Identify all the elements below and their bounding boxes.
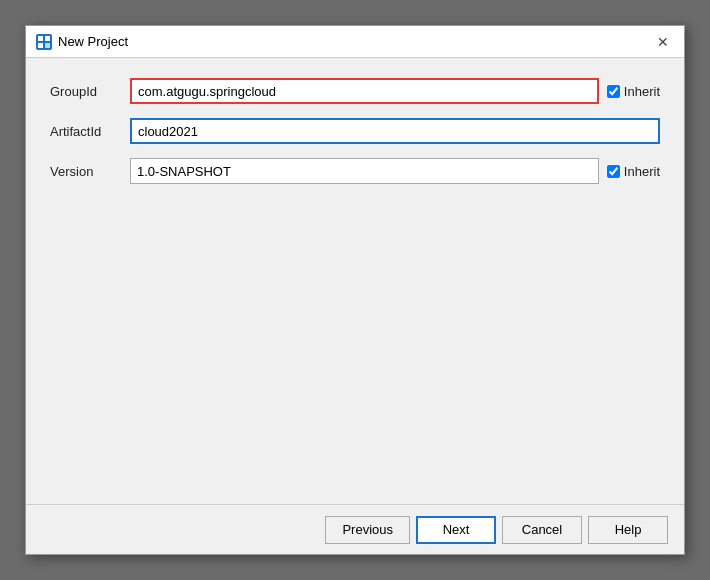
- group-id-label: GroupId: [50, 84, 130, 99]
- version-inherit-check[interactable]: Inherit: [607, 164, 660, 179]
- version-row: Version Inherit: [50, 158, 660, 184]
- title-bar: New Project ✕: [26, 26, 684, 58]
- group-id-inherit-checkbox[interactable]: [607, 85, 620, 98]
- dialog-body: GroupId Inherit ArtifactId Version Inher…: [26, 58, 684, 504]
- cancel-button[interactable]: Cancel: [502, 516, 582, 544]
- dialog-icon: [36, 34, 52, 50]
- svg-rect-2: [38, 43, 43, 48]
- version-inherit-checkbox[interactable]: [607, 165, 620, 178]
- artifact-id-input[interactable]: [130, 118, 660, 144]
- next-button[interactable]: Next: [416, 516, 496, 544]
- help-button[interactable]: Help: [588, 516, 668, 544]
- artifact-id-row: ArtifactId: [50, 118, 660, 144]
- group-id-inherit-check[interactable]: Inherit: [607, 84, 660, 99]
- group-id-inherit-label: Inherit: [624, 84, 660, 99]
- group-id-input[interactable]: [130, 78, 599, 104]
- svg-rect-0: [38, 36, 43, 41]
- artifact-id-label: ArtifactId: [50, 124, 130, 139]
- version-label: Version: [50, 164, 130, 179]
- svg-rect-3: [45, 43, 50, 48]
- version-inherit-label: Inherit: [624, 164, 660, 179]
- version-input[interactable]: [130, 158, 599, 184]
- group-id-row: GroupId Inherit: [50, 78, 660, 104]
- title-bar-left: New Project: [36, 34, 128, 50]
- dialog-footer: Previous Next Cancel Help: [26, 504, 684, 554]
- dialog-title: New Project: [58, 34, 128, 49]
- svg-rect-1: [45, 36, 50, 41]
- close-button[interactable]: ✕: [652, 31, 674, 53]
- new-project-dialog: New Project ✕ GroupId Inherit ArtifactId…: [25, 25, 685, 555]
- previous-button[interactable]: Previous: [325, 516, 410, 544]
